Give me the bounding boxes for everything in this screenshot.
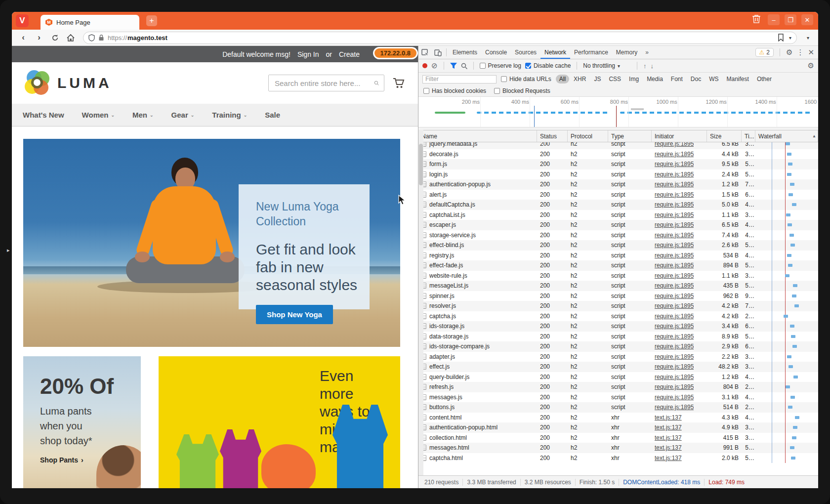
request-row[interactable]: effect-blind.js200h2scriptrequire.js:189… — [418, 240, 818, 251]
request-row[interactable]: login.js200h2scriptrequire.js:18952.4 kB… — [418, 169, 818, 180]
devtools-tab-sources[interactable]: Sources — [511, 46, 540, 59]
promo-mix-card[interactable]: Evenmoreways tomix andmatch — [159, 356, 400, 488]
nav-item-sale[interactable]: Sale — [265, 111, 280, 119]
trash-icon[interactable] — [752, 14, 763, 26]
shield-icon[interactable] — [88, 34, 95, 42]
column-header-type[interactable]: Type — [608, 130, 652, 142]
initiator-link[interactable]: require.js:1895 — [655, 221, 694, 228]
nav-item-training[interactable]: Training⌄ — [212, 111, 247, 119]
initiator-link[interactable]: require.js:1895 — [655, 282, 694, 289]
column-header-protocol[interactable]: Protocol — [568, 130, 608, 142]
export-har-icon[interactable]: ↓ — [651, 62, 654, 70]
preserve-log-checkbox[interactable]: Preserve log — [480, 62, 521, 69]
request-row[interactable]: jquery.metadata.js200h2scriptrequire.js:… — [418, 142, 818, 149]
request-row[interactable]: messages.js200h2scriptrequire.js:18953.1… — [418, 392, 818, 403]
home-button[interactable] — [64, 32, 77, 43]
column-header-status[interactable]: Status — [537, 130, 568, 142]
filter-pill-other[interactable]: Other — [753, 75, 775, 84]
nav-item-women[interactable]: Women⌄ — [82, 111, 115, 119]
network-overview-timeline[interactable]: 200 ms400 ms600 ms800 ms1000 ms1200 ms14… — [418, 97, 818, 127]
initiator-link[interactable]: require.js:1895 — [655, 302, 694, 309]
initiator-link[interactable]: require.js:1895 — [655, 363, 694, 370]
search-icon[interactable] — [374, 79, 379, 87]
filter-pill-xhr[interactable]: XHR — [570, 75, 589, 84]
initiator-link[interactable]: require.js:1895 — [655, 142, 694, 147]
request-row[interactable]: content.html200h2xhrtext.js:1374.3 kB4… — [418, 413, 818, 423]
request-row[interactable]: escaper.js200h2scriptrequire.js:18956.5 … — [418, 220, 818, 230]
disable-cache-checkbox[interactable]: Disable cache — [525, 62, 571, 69]
promo-pants-card[interactable]: 20% Of Luma pantswhen youshop today* Sho… — [23, 356, 141, 488]
initiator-link[interactable]: text.js:137 — [655, 455, 682, 462]
initiator-link[interactable]: require.js:1895 — [655, 211, 694, 218]
request-row[interactable]: authentication-popup.js200h2scriptrequir… — [418, 179, 818, 190]
request-row[interactable]: captchaList.js200h2scriptrequire.js:1895… — [418, 210, 818, 220]
filter-pill-all[interactable]: All — [556, 75, 569, 84]
import-har-icon[interactable]: ↑ — [643, 62, 647, 70]
initiator-link[interactable]: require.js:1895 — [655, 232, 694, 239]
request-row[interactable]: registry.js200h2scriptrequire.js:1895534… — [418, 251, 818, 261]
request-row[interactable]: effect-fade.js200h2scriptrequire.js:1895… — [418, 260, 818, 271]
request-row[interactable]: messageList.js200h2scriptrequire.js:1895… — [418, 281, 818, 291]
column-header-size[interactable]: Size — [707, 130, 742, 142]
request-row[interactable]: ids-storage-compare.js200h2scriptrequire… — [418, 341, 818, 352]
vivaldi-menu-button[interactable]: V — [16, 14, 29, 27]
initiator-link[interactable]: require.js:1895 — [655, 293, 694, 299]
network-filter-input[interactable] — [422, 75, 497, 84]
devtools-tab-elements[interactable]: Elements — [449, 46, 481, 59]
initiator-link[interactable]: text.js:137 — [655, 424, 682, 431]
clear-icon[interactable]: ⊘ — [431, 61, 438, 70]
filter-pill-doc[interactable]: Doc — [687, 75, 705, 84]
ip-extension-badge[interactable]: 172.22.0.8 — [373, 47, 418, 59]
request-row[interactable]: refresh.js200h2scriptrequire.js:1895804 … — [418, 382, 818, 392]
initiator-link[interactable]: require.js:1895 — [655, 242, 694, 249]
blocked-requests-checkbox[interactable]: Blocked Requests — [494, 87, 550, 94]
initiator-link[interactable]: require.js:1895 — [655, 374, 694, 380]
sign-in-link[interactable]: Sign In — [297, 50, 319, 58]
request-row[interactable]: spinner.js200h2scriptrequire.js:1895962 … — [418, 291, 818, 301]
initiator-link[interactable]: require.js:1895 — [655, 151, 694, 158]
initiator-link[interactable]: require.js:1895 — [655, 343, 694, 350]
cart-icon[interactable] — [392, 77, 405, 89]
request-row[interactable]: storage-service.js200h2scriptrequire.js:… — [418, 230, 818, 241]
reload-button[interactable] — [48, 32, 61, 43]
request-row[interactable]: buttons.js200h2scriptrequire.js:1895514 … — [418, 402, 818, 413]
devtools-tab-performance[interactable]: Performance — [570, 46, 612, 59]
sort-indicator-icon[interactable]: ▲ — [812, 134, 816, 138]
request-row[interactable]: data-storage.js200h2scriptrequire.js:189… — [418, 332, 818, 342]
devtools-scrollbar-thumb[interactable] — [419, 144, 423, 185]
request-row[interactable]: captcha.html200h2xhrtext.js:1372.0 kB5… — [418, 453, 818, 463]
request-row[interactable]: adapter.js200h2scriptrequire.js:18952.2 … — [418, 352, 818, 362]
initiator-link[interactable]: text.js:137 — [655, 414, 682, 421]
request-row[interactable]: form.js200h2scriptrequire.js:18959.5 kB5… — [418, 159, 818, 169]
request-row[interactable]: defaultCaptcha.js200h2scriptrequire.js:1… — [418, 200, 818, 210]
column-header-ti[interactable]: Ti... — [742, 130, 755, 142]
create-account-link[interactable]: Create — [339, 50, 360, 58]
initiator-link[interactable]: require.js:1895 — [655, 272, 694, 279]
request-row[interactable]: query-builder.js200h2scriptrequire.js:18… — [418, 372, 818, 382]
filter-pill-js[interactable]: JS — [590, 75, 604, 84]
devtools-tab-network[interactable]: Network — [540, 46, 570, 59]
filter-pill-img[interactable]: Img — [625, 75, 642, 84]
request-row[interactable]: website-rule.js200h2scriptrequire.js:189… — [418, 271, 818, 281]
record-icon[interactable] — [422, 63, 427, 68]
initiator-link[interactable]: require.js:1895 — [655, 181, 694, 188]
filter-pill-manifest[interactable]: Manifest — [723, 75, 752, 84]
nav-item-what-s-new[interactable]: What's New — [23, 111, 64, 119]
throttling-select[interactable]: No throttling▾ — [583, 62, 620, 69]
request-row[interactable]: authentication-popup.html200h2xhrtext.js… — [418, 422, 818, 433]
close-button[interactable]: ✕ — [801, 14, 813, 25]
filter-pill-font[interactable]: Font — [667, 75, 686, 84]
initiator-link[interactable]: require.js:1895 — [655, 201, 694, 208]
maximize-button[interactable]: ❐ — [785, 14, 796, 25]
nav-item-men[interactable]: Men⌄ — [132, 111, 154, 119]
forward-button[interactable]: › — [33, 32, 45, 43]
more-tabs-button[interactable]: » — [641, 49, 653, 56]
blocked-cookies-checkbox[interactable]: Has blocked cookies — [423, 87, 486, 94]
request-row[interactable]: decorate.js200h2scriptrequire.js:18954.4… — [418, 149, 818, 160]
filter-pill-css[interactable]: CSS — [605, 75, 624, 84]
filter-pill-ws[interactable]: WS — [706, 75, 722, 84]
column-header-waterfall[interactable]: Waterfall — [755, 130, 818, 142]
device-toolbar-icon[interactable] — [431, 46, 444, 59]
initiator-link[interactable]: require.js:1895 — [655, 161, 694, 168]
request-row[interactable]: captcha.js200h2scriptrequire.js:18954.2 … — [418, 311, 818, 322]
